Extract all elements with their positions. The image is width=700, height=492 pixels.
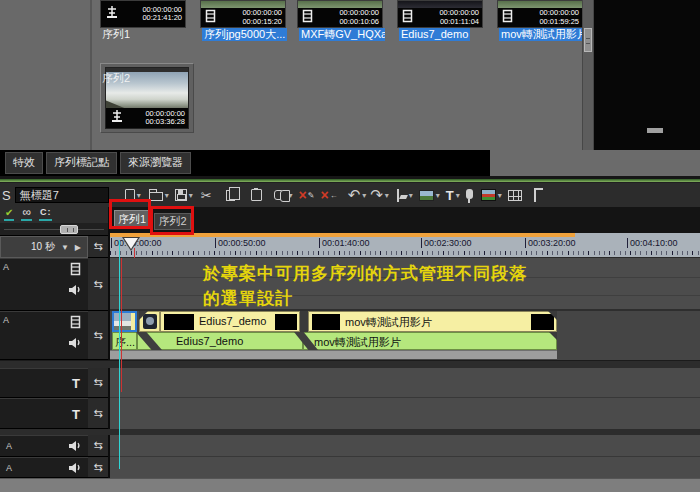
tab-source-browser[interactable]: 來源瀏覽器: [120, 152, 191, 174]
patch-icon[interactable]: ⇆: [93, 278, 102, 291]
clip-name[interactable]: mov轉測試用影片: [499, 28, 585, 41]
save-project-button[interactable]: [175, 185, 187, 205]
track-patch-t2[interactable]: ⇆: [88, 398, 108, 429]
track-patch-a2[interactable]: ⇆: [88, 457, 108, 478]
add-between-button[interactable]: [274, 185, 287, 205]
copy-button[interactable]: [226, 185, 239, 205]
partial-toolbar-icon[interactable]: [534, 185, 543, 205]
video-track-icon[interactable]: [70, 315, 81, 333]
track-lane-t2[interactable]: [110, 398, 700, 429]
track-group-divider: [0, 360, 700, 368]
redo-button[interactable]: ↷: [370, 185, 383, 205]
clip-timecodes: 00:00:00:00 00:21:41:20: [142, 6, 185, 23]
patch-icon[interactable]: ⇆: [93, 461, 102, 474]
mode-button-row: ✔ ∞ C:: [0, 207, 110, 223]
voiceover-mic-button[interactable]: [466, 185, 473, 205]
audio-clip-seq[interactable]: 序...: [112, 332, 137, 350]
set-between-dropdown[interactable]: ▾: [434, 185, 442, 205]
video-clip-selected-thumb[interactable]: [112, 311, 137, 332]
track-patch-va2[interactable]: ⇆: [88, 311, 108, 360]
clip-name[interactable]: Edius7_demo: [399, 28, 470, 41]
patch-icon[interactable]: ⇆: [93, 439, 102, 452]
video-clip-small-thumb[interactable]: [139, 311, 160, 332]
undo-dropdown[interactable]: ▾: [360, 185, 368, 205]
bin-clip-jpg5000[interactable]: 00:00:00:00 00:00:15:20 序列jpg5000大...: [200, 0, 290, 28]
title-tool-dropdown[interactable]: ▾: [454, 185, 462, 205]
clip-name[interactable]: 序列1: [102, 28, 130, 41]
timeline-ruler[interactable]: 00:00:00:00 00:00:50:00 00:01:40:00 00:0…: [110, 233, 700, 258]
scale-expand-icon[interactable]: ▶: [75, 243, 81, 252]
speaker-icon[interactable]: [68, 459, 81, 477]
open-project-dropdown[interactable]: ▾: [163, 185, 171, 205]
track-header-a1[interactable]: A: [0, 435, 88, 457]
ripple-delete-button[interactable]: ×✎: [299, 185, 315, 205]
track-lane-t1[interactable]: [110, 368, 700, 398]
export-button[interactable]: [481, 185, 496, 205]
ripple-mode-icon[interactable]: ✔: [4, 207, 14, 221]
playhead-triangle[interactable]: [124, 238, 138, 249]
set-between-in-out-button[interactable]: [419, 185, 434, 205]
sync-mode-icon[interactable]: ∞: [21, 207, 32, 221]
track-lane-a1[interactable]: [110, 435, 700, 457]
zoom-slider-handle[interactable]: [60, 225, 78, 234]
track-header-va1[interactable]: A: [0, 258, 88, 311]
track-header-t2[interactable]: T: [0, 398, 88, 429]
clip-thumbnail: 00:00:00:00 00:00:15:20: [200, 0, 286, 28]
track-lane-a2[interactable]: [110, 457, 700, 478]
clip-tc-duration: 00:03:36:28: [145, 117, 185, 126]
group-link-mode-icon[interactable]: C:: [39, 207, 53, 221]
speaker-icon[interactable]: [68, 334, 81, 352]
clip-timecodes: 00:00:00:00 00:01:59:25: [539, 9, 582, 26]
bin-clip-sequence1[interactable]: 00:00:00:00 00:21:41:20 序列1: [100, 0, 190, 28]
patch-icon[interactable]: ⇆: [93, 407, 102, 420]
audio-clip-edius7demo[interactable]: Edius7_demo: [137, 332, 303, 350]
bin-scrollbar-handle[interactable]: [584, 28, 592, 52]
title-track-icon: T: [72, 376, 80, 391]
delete-gap-button[interactable]: ×←: [320, 185, 337, 205]
patch-icon[interactable]: ⇆: [93, 376, 102, 389]
patch-icon[interactable]: ⇆: [93, 329, 102, 342]
tab-effects[interactable]: 特效: [5, 152, 43, 174]
track-patch-t1[interactable]: ⇆: [88, 368, 108, 398]
cut-button[interactable]: ✂: [201, 185, 212, 205]
track-header-t1[interactable]: T: [0, 368, 88, 398]
add-cut-point-button[interactable]: [395, 185, 407, 205]
track-patch-va1[interactable]: ⇆: [88, 258, 108, 311]
title-tool-button[interactable]: T: [446, 185, 454, 205]
video-track-icon[interactable]: [70, 262, 81, 280]
bin-folder-pane[interactable]: [0, 0, 92, 150]
track-header-va2[interactable]: A: [0, 311, 88, 360]
project-title-field[interactable]: 無標題7: [15, 187, 109, 203]
bin-clip-mov[interactable]: 00:00:00:00 00:01:59:25 mov轉測試用影片: [497, 0, 587, 28]
audio-clip-mov[interactable]: mov轉測試用影片: [303, 332, 557, 350]
track-header-a2[interactable]: A: [0, 457, 88, 478]
add-cut-point-dropdown[interactable]: ▾: [407, 185, 415, 205]
timeline-scale-selector[interactable]: 10 秒 ▼ ▶: [0, 236, 88, 258]
bin-clip-mxf[interactable]: 00:00:00:00 00:00:10:06 MXF轉GV_HQXavi: [297, 0, 387, 28]
speaker-icon[interactable]: [68, 437, 81, 455]
timeline-tracks-area[interactable]: Edius7_demo mov轉測試用影片 序... Edius7_demo m…: [110, 258, 700, 478]
speaker-icon[interactable]: [68, 281, 81, 299]
clip-name[interactable]: 序列jpg5000大...: [202, 28, 287, 41]
waveform-sublane[interactable]: [110, 350, 557, 359]
export-dropdown[interactable]: ▾: [496, 185, 504, 205]
paste-button[interactable]: [251, 185, 262, 205]
scale-down-icon[interactable]: ▼: [61, 243, 69, 252]
bin-scrollbar[interactable]: [582, 0, 594, 150]
tab-sequence-markers[interactable]: 序列標記點: [46, 152, 117, 174]
video-clip-mov[interactable]: mov轉測試用影片: [308, 311, 557, 332]
video-clip-edius7demo[interactable]: Edius7_demo: [160, 311, 300, 332]
clip-name[interactable]: MXF轉GV_HQXavi: [299, 28, 385, 41]
bin-clip-edius7demo[interactable]: 00:00:00:00 00:01:11:04 Edius7_demo: [397, 0, 487, 28]
track-patch-a1[interactable]: ⇆: [88, 435, 108, 457]
clip-label: mov轉測試用影片: [345, 315, 432, 330]
preview-scrollbar-handle[interactable]: [647, 128, 663, 133]
undo-button[interactable]: ↶: [348, 185, 361, 205]
redo-dropdown[interactable]: ▾: [383, 185, 391, 205]
clip-name[interactable]: 序列2: [102, 71, 130, 86]
ruler-patch-cell: ⇆: [88, 236, 108, 258]
clip-tc-duration: 00:21:41:20: [142, 13, 182, 22]
multicam-grid-button[interactable]: [508, 185, 522, 205]
patch-icon[interactable]: ⇆: [93, 240, 102, 253]
save-project-dropdown[interactable]: ▾: [187, 185, 195, 205]
